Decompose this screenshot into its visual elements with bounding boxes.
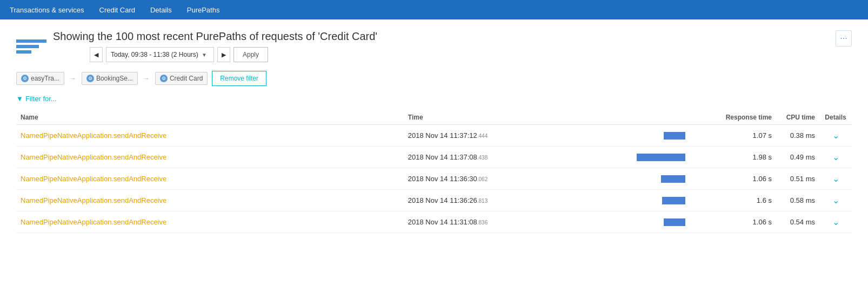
- table-row: NamedPipeNativeApplication.sendAndReceiv…: [16, 147, 852, 168]
- row-time: 2018 Nov 14 11:37:12.444: [404, 125, 625, 147]
- filter-chip-booking[interactable]: ⚙ BookingSe...: [82, 72, 138, 85]
- row-response-time: 1.6 s: [690, 190, 776, 211]
- header-area: Showing the 100 most recent PurePaths of…: [16, 30, 852, 62]
- row-response-time: 1.98 s: [690, 147, 776, 168]
- time-next-button[interactable]: ▶: [217, 47, 230, 62]
- row-bar-cell: [625, 211, 690, 233]
- bar-white: [637, 197, 662, 204]
- row-response-time: 1.06 s: [690, 211, 776, 233]
- row-time: 2018 Nov 14 11:36:26.813: [404, 190, 625, 211]
- chevron-down-icon[interactable]: ⌄: [832, 217, 839, 227]
- logo-icon: [16, 34, 46, 59]
- breadcrumb-item-purepaths[interactable]: PurePaths: [183, 6, 224, 14]
- row-bar-cell: [625, 125, 690, 147]
- breadcrumb-item-creditcard[interactable]: Credit Card: [95, 6, 139, 14]
- row-name-link[interactable]: NamedPipeNativeApplication.sendAndReceiv…: [21, 131, 166, 140]
- page-title: Showing the 100 most recent PurePaths of…: [53, 30, 377, 43]
- row-name-link[interactable]: NamedPipeNativeApplication.sendAndReceiv…: [21, 153, 166, 161]
- row-bar-cell: [625, 147, 690, 168]
- chevron-down-icon[interactable]: ⌄: [832, 196, 839, 205]
- row-name-link[interactable]: NamedPipeNativeApplication.sendAndReceiv…: [21, 175, 166, 183]
- row-name-link[interactable]: NamedPipeNativeApplication.sendAndReceiv…: [21, 196, 166, 204]
- chip-icon-easytrav: ⚙: [21, 75, 29, 82]
- row-details-cell: ⌄: [819, 125, 852, 147]
- row-cpu-time: 0.54 ms: [776, 211, 819, 233]
- bar-fill: [664, 132, 686, 140]
- bar-fill: [661, 175, 685, 183]
- chip-icon-booking: ⚙: [86, 75, 94, 82]
- row-details-cell: ⌄: [819, 168, 852, 190]
- bar-fill: [662, 197, 685, 204]
- remove-filter-button[interactable]: Remove filter: [212, 71, 266, 86]
- logo-bar-1: [16, 39, 46, 43]
- filter-chip-easytrav[interactable]: ⚙ easyTra...: [16, 72, 64, 85]
- bar-white: [637, 132, 664, 140]
- chevron-down-icon[interactable]: ⌄: [832, 174, 839, 183]
- row-details-cell: ⌄: [819, 147, 852, 168]
- breadcrumb-nav: Transactions & services Credit Card Deta…: [0, 0, 868, 19]
- row-details-cell: ⌄: [819, 211, 852, 233]
- row-name-link[interactable]: NamedPipeNativeApplication.sendAndReceiv…: [21, 218, 166, 226]
- filter-arrow-2: →: [143, 75, 150, 82]
- dropdown-arrow-icon: ▼: [202, 52, 207, 58]
- row-response-time: 1.07 s: [690, 125, 776, 147]
- bar-white: [637, 175, 661, 183]
- chip-icon-creditcard: ⚙: [160, 75, 168, 82]
- row-cpu-time: 0.51 ms: [776, 168, 819, 190]
- col-header-cpu-time: CPU time: [776, 110, 819, 125]
- filter-arrow-1: →: [70, 75, 76, 82]
- col-header-response-time: Response time: [690, 110, 776, 125]
- row-cpu-time: 0.49 ms: [776, 147, 819, 168]
- main-content: Showing the 100 most recent PurePaths of…: [0, 19, 868, 244]
- row-bar-cell: [625, 168, 690, 190]
- breadcrumb-item-details[interactable]: Details: [146, 6, 176, 14]
- chevron-down-icon[interactable]: ⌄: [832, 153, 839, 162]
- row-cpu-time: 0.58 ms: [776, 190, 819, 211]
- col-header-bar: [625, 110, 690, 125]
- row-time: 2018 Nov 14 11:37:08.438: [404, 147, 625, 168]
- table-row: NamedPipeNativeApplication.sendAndReceiv…: [16, 168, 852, 190]
- time-range-selector[interactable]: Today, 09:38 - 11:38 (2 Hours) ▼: [106, 47, 214, 62]
- time-prev-button[interactable]: ◀: [90, 47, 103, 62]
- row-bar-cell: [625, 190, 690, 211]
- apply-button[interactable]: Apply: [233, 47, 268, 62]
- data-table: Name Time Response time CPU time Details…: [16, 110, 852, 233]
- row-time: 2018 Nov 14 11:36:30.062: [404, 168, 625, 190]
- filter-for-row[interactable]: ▼ Filter for...: [16, 95, 852, 103]
- bar-white: [637, 218, 664, 226]
- header-left: Showing the 100 most recent PurePaths of…: [16, 30, 377, 62]
- time-range-row: ◀ Today, 09:38 - 11:38 (2 Hours) ▼ ▶ App…: [90, 47, 377, 62]
- chevron-down-icon[interactable]: ⌄: [832, 131, 839, 140]
- bar-fill: [637, 154, 685, 161]
- col-header-time: Time: [404, 110, 625, 125]
- logo-bar-3: [16, 50, 31, 54]
- logo-bar-2: [16, 45, 39, 48]
- row-response-time: 1.06 s: [690, 168, 776, 190]
- row-cpu-time: 0.38 ms: [776, 125, 819, 147]
- table-row: NamedPipeNativeApplication.sendAndReceiv…: [16, 125, 852, 147]
- table-header-row: Name Time Response time CPU time Details: [16, 110, 852, 125]
- table-row: NamedPipeNativeApplication.sendAndReceiv…: [16, 190, 852, 211]
- page-title-wrapper: Showing the 100 most recent PurePaths of…: [53, 30, 377, 62]
- breadcrumb-item-transactions[interactable]: Transactions & services: [5, 6, 89, 14]
- filter-row: ⚙ easyTra... → ⚙ BookingSe... → ⚙ Credit…: [16, 71, 852, 86]
- col-header-details: Details: [819, 110, 852, 125]
- filter-chip-creditcard[interactable]: ⚙ Credit Card: [155, 72, 208, 85]
- filter-funnel-icon: ▼: [16, 95, 23, 103]
- table-row: NamedPipeNativeApplication.sendAndReceiv…: [16, 211, 852, 233]
- row-details-cell: ⌄: [819, 190, 852, 211]
- more-options-button[interactable]: ···: [836, 30, 852, 47]
- col-header-name: Name: [16, 110, 404, 125]
- row-time: 2018 Nov 14 11:31:08.836: [404, 211, 625, 233]
- bar-fill: [664, 218, 686, 226]
